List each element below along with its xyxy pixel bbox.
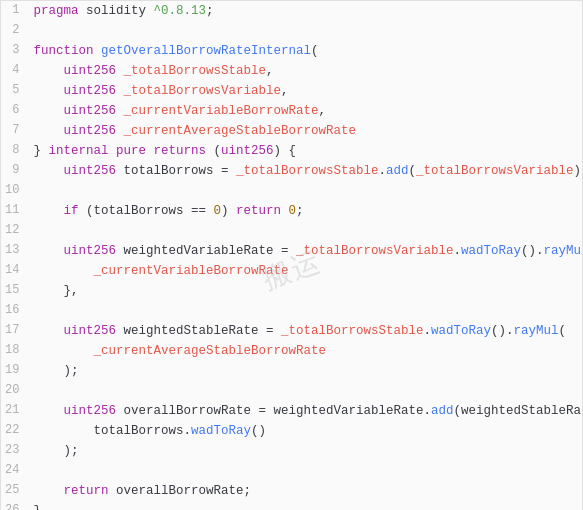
- token-id: [33, 404, 63, 418]
- token-id: weightedStableRate =: [116, 324, 281, 338]
- token-param: _totalBorrowsVariable: [123, 84, 281, 98]
- token-id: }: [33, 504, 41, 510]
- table-row: 3function getOverallBorrowRateInternal(: [1, 41, 583, 61]
- token-id: [33, 84, 63, 98]
- token-id: totalBorrows.: [33, 424, 191, 438]
- token-id: [93, 44, 101, 58]
- line-number: 16: [1, 301, 29, 321]
- line-number: 26: [1, 501, 29, 510]
- token-num: 0: [213, 204, 221, 218]
- code-container: 搬运 1pragma solidity ^0.8.13;2 3function …: [0, 0, 583, 510]
- token-num: 0: [289, 204, 297, 218]
- line-code: [29, 221, 583, 241]
- token-internal-kw: internal: [48, 144, 108, 158]
- line-number: 12: [1, 221, 29, 241]
- line-number: 11: [1, 201, 29, 221]
- token-method: rayMul: [514, 324, 559, 338]
- token-punc: ,: [319, 104, 327, 118]
- token-id: (weightedStableRate).: [454, 404, 583, 418]
- token-id: ) {: [274, 144, 297, 158]
- table-row: 23 );: [1, 441, 583, 461]
- line-code: uint256 overallBorrowRate = weightedVari…: [29, 401, 583, 421]
- token-kw: if: [63, 204, 78, 218]
- token-id: },: [33, 284, 78, 298]
- token-param: _currentAverageStableBorrowRate: [123, 124, 356, 138]
- table-row: 4 uint256 _totalBorrowsStable,: [1, 61, 583, 81]
- token-version: ^0.8.13: [153, 4, 206, 18]
- line-number: 8: [1, 141, 29, 161]
- token-method: add: [431, 404, 454, 418]
- token-punc: ,: [281, 84, 289, 98]
- token-kw: return: [236, 204, 281, 218]
- token-id: [281, 204, 289, 218]
- line-code: return overallBorrowRate;: [29, 481, 583, 501]
- line-number: 20: [1, 381, 29, 401]
- token-param: _totalBorrowsVariable: [296, 244, 454, 258]
- token-id: ): [221, 204, 236, 218]
- token-kw: uint256: [63, 324, 116, 338]
- line-code: _currentAverageStableBorrowRate: [29, 341, 583, 361]
- line-code: uint256 totalBorrows = _totalBorrowsStab…: [29, 161, 583, 181]
- token-id: [33, 264, 93, 278]
- token-method: wadToRay: [191, 424, 251, 438]
- line-code: uint256 weightedStableRate = _totalBorro…: [29, 321, 583, 341]
- table-row: 12: [1, 221, 583, 241]
- token-id: [33, 64, 63, 78]
- token-id: [33, 104, 63, 118]
- line-code: [29, 301, 583, 321]
- token-id: [33, 344, 93, 358]
- line-number: 9: [1, 161, 29, 181]
- line-code: uint256 _totalBorrowsVariable,: [29, 81, 583, 101]
- table-row: 21 uint256 overallBorrowRate = weightedV…: [1, 401, 583, 421]
- table-row: 22 totalBorrows.wadToRay(): [1, 421, 583, 441]
- line-code: function getOverallBorrowRateInternal(: [29, 41, 583, 61]
- line-code: _currentVariableBorrowRate: [29, 261, 583, 281]
- table-row: 19 );: [1, 361, 583, 381]
- token-method: wadToRay: [461, 244, 521, 258]
- line-code: uint256 _totalBorrowsStable,: [29, 61, 583, 81]
- token-method: rayMul: [544, 244, 583, 258]
- table-row: 14 _currentVariableBorrowRate: [1, 261, 583, 281]
- line-code: },: [29, 281, 583, 301]
- line-number: 24: [1, 461, 29, 481]
- token-param: _totalBorrowsStable: [281, 324, 424, 338]
- token-id: overallBorrowRate = weightedVariableRate…: [116, 404, 431, 418]
- token-id: .: [424, 324, 432, 338]
- line-code: );: [29, 441, 583, 461]
- line-number: 22: [1, 421, 29, 441]
- token-kw: uint256: [221, 144, 274, 158]
- line-code: uint256 _currentVariableBorrowRate,: [29, 101, 583, 121]
- line-number: 4: [1, 61, 29, 81]
- table-row: 25 return overallBorrowRate;: [1, 481, 583, 501]
- line-code: } internal pure returns (uint256) {: [29, 141, 583, 161]
- line-code: [29, 461, 583, 481]
- token-id: overallBorrowRate;: [108, 484, 251, 498]
- token-method: add: [386, 164, 409, 178]
- line-number: 18: [1, 341, 29, 361]
- token-id: [33, 204, 63, 218]
- token-kw: uint256: [63, 64, 116, 78]
- token-kw: uint256: [63, 404, 116, 418]
- line-number: 15: [1, 281, 29, 301]
- token-param: _totalBorrowsVariable: [416, 164, 574, 178]
- table-row: 6 uint256 _currentVariableBorrowRate,: [1, 101, 583, 121]
- token-param: _currentVariableBorrowRate: [93, 264, 288, 278]
- token-id: );: [33, 444, 78, 458]
- token-id: ().: [521, 244, 544, 258]
- line-code: if (totalBorrows == 0) return 0;: [29, 201, 583, 221]
- token-kw: return: [63, 484, 108, 498]
- token-id: [33, 484, 63, 498]
- line-code: pragma solidity ^0.8.13;: [29, 1, 583, 21]
- line-code: totalBorrows.wadToRay(): [29, 421, 583, 441]
- token-param: _totalBorrowsStable: [123, 64, 266, 78]
- token-id: solidity: [78, 4, 153, 18]
- token-id: (: [559, 324, 567, 338]
- token-id: ;: [296, 204, 304, 218]
- token-id: [33, 164, 63, 178]
- line-code: }: [29, 501, 583, 510]
- table-row: 13 uint256 weightedVariableRate = _total…: [1, 241, 583, 261]
- table-row: 17 uint256 weightedStableRate = _totalBo…: [1, 321, 583, 341]
- line-number: 14: [1, 261, 29, 281]
- line-number: 13: [1, 241, 29, 261]
- table-row: 8} internal pure returns (uint256) {: [1, 141, 583, 161]
